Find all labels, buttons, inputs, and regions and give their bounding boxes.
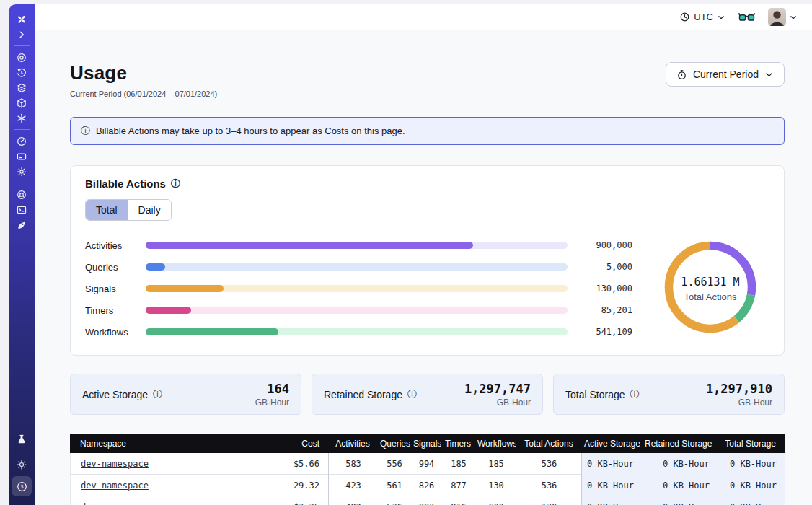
clock-icon <box>679 12 690 22</box>
billing-card-icon[interactable] <box>16 151 27 162</box>
billable-actions-title: Billable Actions <box>85 177 166 190</box>
column-header-activities: Activities <box>328 439 377 449</box>
usage-dollar-icon[interactable]: $ <box>12 476 32 496</box>
sidebar-divider <box>14 183 30 183</box>
period-dropdown-button[interactable]: Current Period <box>666 62 785 87</box>
user-menu[interactable] <box>768 8 798 26</box>
settings-gear-icon[interactable] <box>16 166 27 177</box>
cell-workflows: 600 <box>475 502 517 505</box>
total-storage-card: Total Storageⓘ 1,297,910GB-Hour <box>553 374 785 415</box>
bar-value: 85,201 <box>573 305 632 315</box>
bar-row: Timers85,201 <box>85 305 632 316</box>
namespace-link[interactable]: dev-namespace <box>81 502 149 505</box>
retained-storage-value: 1,297,747 <box>464 382 531 396</box>
bar-fill <box>146 263 165 271</box>
temporal-logo-icon[interactable] <box>16 14 27 25</box>
labs-flask-icon[interactable] <box>16 434 27 445</box>
cell-total_storage: 0 KB-Hour <box>718 496 785 505</box>
donut-total-value: 1.66131 M <box>681 276 739 289</box>
cell-active_storage: 0 KB-Hour <box>582 453 643 475</box>
cell-total_actions: 130 <box>517 496 582 505</box>
active-storage-value: 164 <box>255 382 289 396</box>
cell-retained_storage: 0 KB-Hour <box>643 475 718 496</box>
main-area: UTC Usage Current Period (06/01/2024 – 0… <box>35 4 812 505</box>
period-button-label: Current Period <box>693 69 759 80</box>
cell-active_storage: 0 KB-Hour <box>582 496 643 505</box>
bar-fill <box>146 285 224 292</box>
topbar: UTC <box>35 4 812 30</box>
cell-total_storage: 0 KB-Hour <box>718 475 785 496</box>
bar-track <box>146 285 568 292</box>
column-header-timers: Timers <box>441 439 475 449</box>
billable-bars-chart: Activities900,000Queries5,000Signals130,… <box>85 240 632 338</box>
cell-timers: 185 <box>442 459 475 469</box>
table-row: dev-namespace$5.665835569941851855360 KB… <box>70 453 785 475</box>
app-window: $ UTC Usage <box>9 4 812 505</box>
cell-retained_storage: 0 KB-Hour <box>643 496 718 505</box>
info-icon[interactable]: ⓘ <box>630 390 640 399</box>
column-header-namespace: Namespace <box>70 439 263 449</box>
column-header-cost: Cost <box>263 439 328 449</box>
info-icon[interactable]: ⓘ <box>153 390 162 399</box>
terminal-icon[interactable] <box>16 204 27 216</box>
column-header-workflows: Workflows <box>475 439 516 449</box>
active-storage-card: Active Storageⓘ 164GB-Hour <box>70 374 301 415</box>
cell-queries: 561 <box>378 480 411 491</box>
cell-namespace: dev-namespace <box>71 502 264 505</box>
chevron-down-icon <box>764 70 774 79</box>
expand-chevron-icon[interactable] <box>16 29 27 40</box>
total-actions-donut: 1.66131 M Total Actions <box>656 232 765 345</box>
banner-text: Billable Actions may take up to 3–4 hour… <box>96 126 405 136</box>
tab-daily[interactable]: Daily <box>128 200 171 220</box>
namespaces-icon[interactable] <box>16 52 27 63</box>
usage-table-header: NamespaceCostActivitiesQueriesSignalsTim… <box>70 434 785 453</box>
support-lifebuoy-icon[interactable] <box>16 189 27 201</box>
bar-row: Workflows541,109 <box>85 327 632 338</box>
bar-value: 900,000 <box>573 240 632 250</box>
nexus-asterisk-icon[interactable] <box>16 113 27 124</box>
cell-signals: 826 <box>411 480 442 491</box>
metrics-gauge-icon[interactable] <box>16 136 27 147</box>
cell-retained_storage: 0 KB-Hour <box>643 453 718 475</box>
schedules-icon[interactable] <box>16 67 27 79</box>
getting-started-rocket-icon[interactable] <box>16 219 27 231</box>
donut-total-label: Total Actions <box>684 291 737 302</box>
bar-track <box>146 263 568 271</box>
namespace-link[interactable]: dev-namespace <box>81 480 149 491</box>
column-header-total_storage: Total Storage <box>718 439 785 449</box>
column-header-queries: Queries <box>377 439 410 449</box>
bar-track <box>146 307 568 314</box>
cell-workflows: 130 <box>475 480 517 491</box>
bar-label: Activities <box>85 240 140 251</box>
total-storage-unit: GB-Hour <box>706 398 772 408</box>
cell-queries: 556 <box>378 459 411 469</box>
cell-signals: 883 <box>411 502 442 505</box>
sidebar-divider <box>14 45 30 46</box>
bar-label: Timers <box>85 305 140 316</box>
sidebar: $ <box>9 4 35 505</box>
page-subtitle: Current Period (06/01/2024 – 07/01/2024) <box>70 89 217 98</box>
namespace-link[interactable]: dev-namespace <box>81 459 149 469</box>
timezone-label: UTC <box>694 12 713 22</box>
info-icon: ⓘ <box>81 126 90 136</box>
bar-fill <box>146 242 473 249</box>
bar-row: Activities900,000 <box>85 240 632 251</box>
info-icon[interactable]: ⓘ <box>171 179 180 188</box>
active-storage-unit: GB-Hour <box>255 398 289 408</box>
cell-namespace: dev-namespace <box>71 480 264 491</box>
svg-text:$: $ <box>20 483 24 490</box>
billable-tabs: Total Daily <box>85 199 172 221</box>
theme-sun-icon[interactable] <box>16 459 27 470</box>
info-icon[interactable]: ⓘ <box>407 390 417 399</box>
feedback-glasses-icon[interactable] <box>738 12 755 22</box>
cell-timers: 816 <box>442 502 475 505</box>
info-banner: ⓘ Billable Actions may take up to 3–4 ho… <box>70 117 785 145</box>
chevron-down-icon <box>717 13 725 22</box>
tab-total[interactable]: Total <box>86 200 128 220</box>
bar-track <box>146 328 568 335</box>
deployments-cube-icon[interactable] <box>16 97 27 109</box>
layers-icon[interactable] <box>16 82 27 94</box>
namespace-usage-table: NamespaceCostActivitiesQueriesSignalsTim… <box>70 434 785 505</box>
timezone-selector[interactable]: UTC <box>679 12 725 22</box>
cell-signals: 994 <box>411 459 442 469</box>
